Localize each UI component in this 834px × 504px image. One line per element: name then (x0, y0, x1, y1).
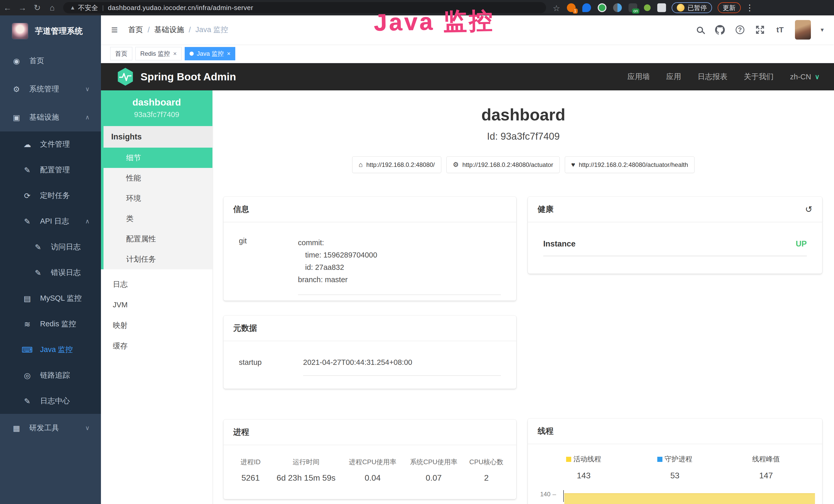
tab-java-monitor[interactable]: Java 监控 × (185, 47, 235, 60)
info-card-title: 信息 (233, 204, 249, 215)
sidebar-item-dev-tools[interactable]: ▦ 研发工具 ∨ (0, 414, 101, 442)
metadata-card-header: 元数据 (223, 316, 516, 341)
process-card: 进程 进程ID 运行时间 进程CPU使用率 系统CPU使用率 CPU核心数 (223, 419, 516, 499)
breadcrumb-separator: / (148, 26, 150, 34)
search-glyph (697, 27, 703, 33)
instance-item-caches[interactable]: 缓存 (101, 336, 213, 356)
sidebar-item-file-management[interactable]: ☁ 文件管理 (0, 132, 101, 157)
breadcrumb-home[interactable]: 首页 (128, 25, 143, 35)
extension-icon-orange[interactable]: 1 (567, 3, 576, 12)
process-card-header: 进程 (223, 419, 516, 445)
home-icon[interactable]: ⌂ (45, 3, 60, 13)
pid-value: 5261 (231, 473, 270, 483)
sidebar-item-error-logs[interactable]: ✎ 错误日志 (0, 260, 101, 285)
instance-item-jvm[interactable]: JVM (101, 295, 213, 315)
forward-icon[interactable]: → (15, 3, 30, 13)
sba-locale-select[interactable]: zh-CN ∨ (790, 73, 820, 81)
instance-item-logs[interactable]: 日志 (101, 274, 213, 295)
font-size-icon[interactable]: tT (775, 25, 785, 35)
insights-item-classes[interactable]: 类 (104, 208, 213, 229)
sidebar-item-label: 定时任务 (40, 190, 70, 201)
user-avatar[interactable] (795, 20, 811, 40)
back-icon[interactable]: ← (0, 3, 15, 13)
extension-icon-dark[interactable]: on (629, 3, 637, 12)
health-url-button[interactable]: ♥ http://192.168.0.2:48080/actuator/heal… (565, 156, 695, 173)
sidebar-item-home[interactable]: ◉ 首页 (0, 47, 101, 75)
daemon-threads-value: 53 (629, 471, 721, 480)
history-icon[interactable]: ↺ (805, 204, 813, 214)
help-icon[interactable]: ? (735, 25, 745, 35)
caret-down-icon[interactable]: ▾ (821, 26, 824, 33)
col-cpu-cores: CPU核心数 (464, 458, 509, 466)
refresh-icon[interactable]: ↻ (30, 3, 45, 13)
extension-icon-blue-grey[interactable] (613, 3, 622, 12)
sba-nav-applications[interactable]: 应用 (666, 72, 681, 82)
app-title: 芋道管理系统 (35, 26, 83, 37)
tab-home[interactable]: 首页 (110, 47, 132, 60)
sidebar-item-scheduled-tasks[interactable]: ⟳ 定时任务 (0, 183, 101, 208)
instance-details-panel: dashboard Id: 93a3fc7f7409 ⌂ http://192.… (213, 90, 834, 504)
sidebar-item-redis-monitor[interactable]: ≋ Redis 监控 (0, 311, 101, 337)
sidebar-item-config-management[interactable]: ✎ 配置管理 (0, 157, 101, 183)
instance-header[interactable]: dashboard 93a3fc7f7409 (101, 90, 213, 126)
chevron-down-icon: ∨ (85, 425, 90, 432)
update-button[interactable]: 更新 (718, 2, 741, 13)
toolbox-icon: ▦ (11, 423, 22, 433)
sba-nav-about[interactable]: 关于我们 (744, 72, 774, 82)
cloud-icon: ☁ (22, 140, 33, 149)
paused-profile-chip[interactable]: 已暂停 (672, 2, 712, 13)
insights-item-config-props[interactable]: 配置属性 (104, 229, 213, 249)
sidebar-item-label: API 日志 (40, 216, 69, 226)
chevron-down-icon: ∨ (85, 86, 90, 93)
edit-icon: ✎ (22, 397, 33, 406)
legend-swatch-blue (657, 457, 662, 462)
github-icon[interactable] (715, 25, 725, 35)
security-warning-icon[interactable]: ▲ (70, 4, 75, 11)
extension-icon-small-green[interactable] (644, 4, 651, 11)
extension-puzzle-icon[interactable] (657, 3, 666, 12)
extension-icon-drop[interactable] (582, 3, 591, 12)
close-icon[interactable]: × (173, 50, 177, 57)
close-icon[interactable]: × (227, 50, 231, 57)
health-card-header: 健康 ↺ (528, 197, 822, 222)
sba-nav-applications-wall[interactable]: 应用墙 (628, 72, 650, 82)
process-table-values: 5261 6d 23h 15m 59s 0.04 0.07 2 (231, 466, 509, 483)
insights-section: Insights 细节 性能 环境 类 配置属性 计划任务 (101, 126, 213, 269)
bookmark-star-icon[interactable]: ☆ (553, 3, 560, 12)
search-icon[interactable] (695, 25, 705, 35)
insights-item-metrics[interactable]: 性能 (104, 168, 213, 188)
security-warning-label: 不安全 (78, 3, 98, 12)
extension-icon-green-v[interactable] (598, 3, 607, 12)
health-status-badge: UP (796, 239, 807, 249)
sba-brand[interactable]: Spring Boot Admin (117, 67, 236, 86)
java-monitor-icon: ⌨ (22, 345, 33, 354)
sba-navbar: Spring Boot Admin 应用墙 应用 日志报表 关于我们 zh-CN… (101, 63, 834, 90)
github-glyph (715, 25, 725, 35)
instance-item-mappings[interactable]: 映射 (101, 315, 213, 336)
service-url-button[interactable]: ⌂ http://192.168.0.2:48080/ (352, 156, 441, 173)
sidebar-item-api-logs[interactable]: ✎ API 日志 ∧ (0, 208, 101, 234)
legend-label: 守护进程 (664, 455, 692, 463)
tab-redis-monitor[interactable]: Redis 监控 × (135, 47, 182, 60)
hamburger-icon[interactable]: ≡ (111, 23, 118, 36)
sidebar-item-system-management[interactable]: ⚙ 系统管理 ∨ (0, 75, 101, 103)
fullscreen-icon[interactable] (755, 25, 765, 35)
sidebar-item-log-center[interactable]: ✎ 日志中心 (0, 388, 101, 414)
sidebar-item-access-logs[interactable]: ✎ 访问日志 (0, 234, 101, 260)
sidebar-item-infrastructure[interactable]: ▣ 基础设施 ∧ (0, 103, 101, 132)
sidebar-item-mysql-monitor[interactable]: ▤ MySQL 监控 (0, 285, 101, 311)
breadcrumb-infrastructure[interactable]: 基础设施 (154, 25, 184, 35)
sba-brand-title: Spring Boot Admin (140, 71, 236, 83)
wrench-icon: ⚙ (453, 161, 459, 169)
insights-item-details[interactable]: 细节 (104, 147, 213, 168)
actuator-url-button[interactable]: ⚙ http://192.168.0.2:48080/actuator (446, 156, 560, 173)
browser-menu-icon[interactable]: ⋮ (742, 3, 757, 13)
insights-item-scheduled-tasks[interactable]: 计划任务 (104, 249, 213, 269)
sidebar-item-java-monitor[interactable]: ⌨ Java 监控 (0, 337, 101, 363)
sba-nav-journal[interactable]: 日志报表 (698, 72, 727, 82)
app-logo-row[interactable]: 芋道管理系统 (0, 16, 101, 47)
sidebar-item-trace[interactable]: ◎ 链路追踪 (0, 363, 101, 388)
uptime-value: 6d 23h 15m 59s (270, 473, 342, 483)
y-tick-140: 140 (528, 491, 556, 498)
insights-item-environment[interactable]: 环境 (104, 188, 213, 208)
